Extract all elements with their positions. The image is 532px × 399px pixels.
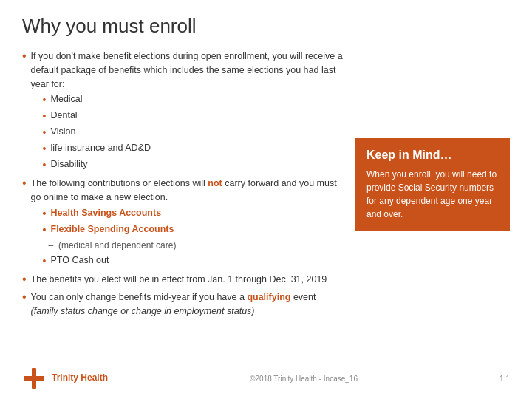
- sub-bullet-dot: •: [43, 253, 47, 269]
- page: Why you must enroll • If you don't make …: [0, 0, 532, 399]
- list-item: • The following contributions or electio…: [22, 177, 343, 270]
- bullet1-text: If you don't make benefit elections duri…: [31, 51, 343, 89]
- sub-bullet-dot: •: [43, 109, 47, 124]
- list-item: • Medical: [43, 92, 343, 108]
- trinity-health-logo-icon: [22, 366, 46, 390]
- sub-item-life: life insurance and AD&D: [51, 141, 151, 155]
- bullet-dot: •: [22, 271, 27, 287]
- footer: Trinity Health ©2018 Trinity Health - In…: [0, 366, 532, 390]
- sub-item-medical: Medical: [51, 92, 83, 106]
- list-item: • PTO Cash out: [43, 253, 343, 269]
- sub-bullet-dot: •: [43, 206, 47, 222]
- bullet2-text-before: The following contributions or elections…: [31, 178, 208, 188]
- content-area: • If you don't make benefit elections du…: [22, 50, 510, 321]
- bullet3-text: The benefits you elect will be in effect…: [31, 274, 327, 284]
- bullet-dot: •: [22, 289, 27, 305]
- sub-bullet-dot: •: [43, 92, 47, 108]
- sub-item-fsa: Flexible Spending Accounts: [51, 222, 174, 236]
- sub-item-disability: Disability: [51, 157, 88, 171]
- sub-item-hsa: Health Savings Accounts: [51, 206, 162, 220]
- sub-item-vision: Vision: [51, 125, 76, 139]
- list-item: • Disability: [43, 157, 343, 173]
- sub-bullet-dot: •: [43, 157, 47, 173]
- dash-item: – (medical and dependent care): [31, 239, 343, 252]
- bullet4-text-after: event: [290, 292, 316, 302]
- page-title: Why you must enroll: [22, 15, 510, 38]
- bullet-text: The following contributions or elections…: [31, 177, 343, 270]
- logo-name: Trinity Health: [52, 372, 108, 384]
- list-item: • Health Savings Accounts: [43, 206, 343, 222]
- list-item: • life insurance and AD&D: [43, 141, 343, 157]
- bullet4-text-before: You can only change benefits mid-year if…: [31, 292, 248, 302]
- list-item: • Flexible Spending Accounts: [43, 222, 343, 238]
- sub-bullets: • PTO Cash out: [31, 253, 343, 269]
- footer-page-number: 1.1: [499, 375, 510, 383]
- bullet2-text-highlight: not: [208, 178, 222, 188]
- sub-item-dental: Dental: [51, 109, 78, 123]
- list-item: • Vision: [43, 125, 343, 140]
- svg-rect-1: [24, 376, 44, 381]
- sub-bullet-dot: •: [43, 125, 47, 140]
- bullet-text: You can only change benefits mid-year if…: [31, 290, 343, 318]
- right-panel: Keep in Mind… When you enroll, you will …: [355, 138, 510, 321]
- bullet4-italic: (family status change or change in emplo…: [31, 306, 255, 316]
- keep-in-mind-title: Keep in Mind…: [366, 149, 498, 162]
- bullet4-highlight: qualifying: [247, 292, 290, 302]
- list-item: • You can only change benefits mid-year …: [22, 290, 343, 318]
- list-item: • If you don't make benefit elections du…: [22, 50, 343, 174]
- footer-logo-text: Trinity Health: [52, 372, 108, 384]
- keep-in-mind-text: When you enroll, you will need to provid…: [366, 168, 498, 221]
- bullet-text: If you don't make benefit elections duri…: [31, 50, 343, 174]
- keep-in-mind-box: Keep in Mind… When you enroll, you will …: [355, 138, 510, 231]
- sub-bullets: • Health Savings Accounts • Flexible Spe…: [31, 206, 343, 238]
- bullet-dot: •: [22, 48, 27, 64]
- bullet-dot: •: [22, 175, 27, 191]
- sub-bullet-dot: •: [43, 222, 47, 238]
- list-item: • Dental: [43, 109, 343, 124]
- sub-item-pto: PTO Cash out: [51, 253, 109, 267]
- bullet-text: The benefits you elect will be in effect…: [31, 273, 343, 287]
- sub-bullet-dot: •: [43, 141, 47, 157]
- sub-bullets: • Medical • Dental • Vision •: [31, 92, 343, 173]
- footer-logo: Trinity Health: [22, 366, 108, 390]
- left-content: • If you don't make benefit elections du…: [22, 50, 343, 321]
- footer-copyright: ©2018 Trinity Health - Incase_16: [250, 375, 358, 383]
- list-item: • The benefits you elect will be in effe…: [22, 273, 343, 287]
